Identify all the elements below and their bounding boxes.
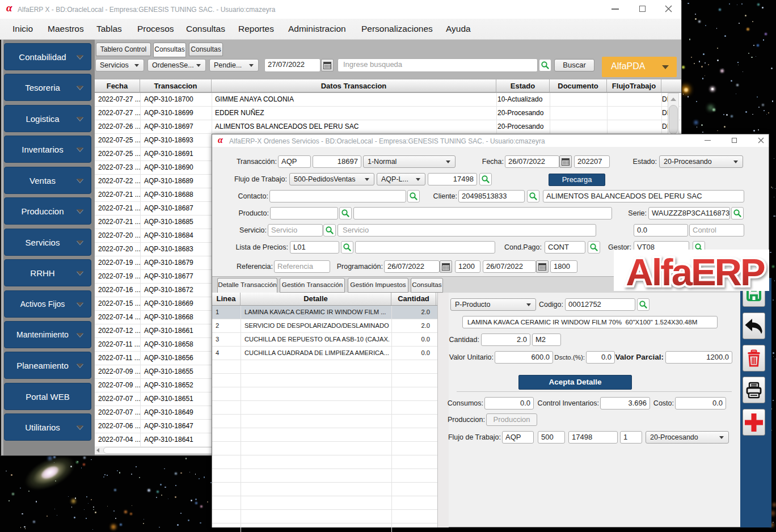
svg-text:AlfaERP: AlfaERP xyxy=(626,251,765,291)
